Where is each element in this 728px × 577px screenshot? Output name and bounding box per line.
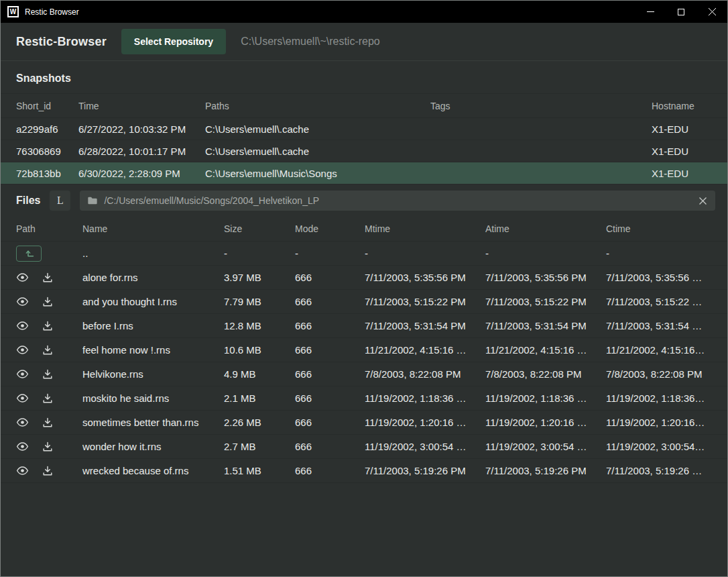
file-ctime: 11/21/2002, 4:15:16 … <box>606 344 712 356</box>
download-icon <box>42 321 53 331</box>
file-row-actions <box>16 297 82 307</box>
download-icon <box>42 393 53 404</box>
file-size: 3.97 MB <box>224 272 295 283</box>
file-mode: 666 <box>295 417 365 428</box>
snapshot-hostname: X1-EDU <box>652 168 712 179</box>
file-atime: 7/11/2003, 5:35:56 PM <box>485 272 606 283</box>
file-row[interactable]: feel home now !.rns 10.6 MB 666 11/21/20… <box>1 338 727 362</box>
eye-icon <box>16 345 29 355</box>
file-row[interactable]: and you thought I.rns 7.79 MB 666 7/11/2… <box>1 290 727 314</box>
preview-file-button[interactable] <box>16 369 29 379</box>
parent-row-mtime: - <box>365 248 485 259</box>
preview-file-button[interactable] <box>16 272 29 282</box>
download-file-button[interactable] <box>42 466 53 476</box>
titlebar-left: W Restic Browser <box>1 6 79 17</box>
file-atime: 7/8/2003, 8:22:08 PM <box>485 368 606 380</box>
file-mtime: 11/19/2002, 1:20:16 … <box>365 417 485 428</box>
col-atime: Atime <box>485 223 606 234</box>
file-mode: 666 <box>295 296 365 307</box>
download-file-button[interactable] <box>42 441 53 452</box>
file-row[interactable]: sometimes better than.rns 2.26 MB 666 11… <box>1 411 727 435</box>
download-file-button[interactable] <box>42 393 53 404</box>
preview-file-button[interactable] <box>16 466 29 476</box>
preview-file-button[interactable] <box>16 441 29 452</box>
files-heading: Files <box>16 195 40 207</box>
close-button[interactable] <box>696 1 727 23</box>
maximize-button[interactable] <box>666 1 696 23</box>
download-file-button[interactable] <box>42 321 53 331</box>
parent-row-name: .. <box>82 248 224 259</box>
snapshots-heading: Snapshots <box>1 61 727 93</box>
eye-icon <box>16 393 29 403</box>
file-row[interactable]: alone for.rns 3.97 MB 666 7/11/2003, 5:3… <box>1 266 727 290</box>
preview-file-button[interactable] <box>16 393 29 403</box>
files-table-header: Path Name Size Mode Mtime Atime Ctime <box>1 217 727 242</box>
file-name: sometimes better than.rns <box>82 417 224 428</box>
download-icon <box>42 345 53 356</box>
file-mtime: 7/11/2003, 5:19:26 PM <box>365 465 485 476</box>
eye-icon <box>16 297 29 307</box>
file-row[interactable]: wonder how it.rns 2.7 MB 666 11/19/2002,… <box>1 435 727 459</box>
file-path-value: /C:/Users/emuell/Music/Songs/2004_Helvet… <box>104 195 692 206</box>
file-ctime: 7/11/2003, 5:15:22 PM <box>606 296 712 307</box>
file-mode: 666 <box>295 441 365 452</box>
go-up-button[interactable] <box>16 246 42 262</box>
file-ctime: 7/11/2003, 5:35:56 PM <box>606 272 712 283</box>
file-row-actions <box>16 321 82 331</box>
eye-icon <box>16 272 29 282</box>
file-mtime: 11/19/2002, 1:18:36 … <box>365 392 485 404</box>
download-file-button[interactable] <box>42 369 53 380</box>
preview-file-button[interactable] <box>16 297 29 307</box>
download-icon <box>42 417 53 428</box>
snapshot-hostname: X1-EDU <box>652 146 712 157</box>
file-atime: 11/19/2002, 1:20:16 … <box>485 417 606 428</box>
file-size: 2.1 MB <box>224 392 295 404</box>
snapshot-row[interactable]: 76306869 6/28/2022, 10:01:17 PM C:\Users… <box>1 140 727 162</box>
parent-row-ctime: - <box>606 248 712 259</box>
file-ctime: 11/19/2002, 1:18:36 … <box>606 392 712 404</box>
app-window: W Restic Browser Restic-Browser Select R… <box>0 0 728 577</box>
file-row[interactable]: before I.rns 12.8 MB 666 7/11/2003, 5:31… <box>1 314 727 338</box>
folder-icon <box>87 196 98 205</box>
snapshot-paths: C:\Users\emuell\.cache <box>205 146 430 157</box>
file-atime: 11/19/2002, 3:00:54 … <box>485 441 606 452</box>
file-name: alone for.rns <box>82 272 224 283</box>
file-row-actions <box>16 369 82 380</box>
download-icon <box>42 441 53 452</box>
preview-file-button[interactable] <box>16 417 29 427</box>
file-ctime: 11/19/2002, 1:20:16 … <box>606 417 712 428</box>
file-size: 12.8 MB <box>224 320 295 331</box>
eye-icon <box>16 441 29 452</box>
download-icon <box>42 297 53 307</box>
select-repository-button[interactable]: Select Repository <box>121 29 226 54</box>
file-row[interactable]: moskito he said.rns 2.1 MB 666 11/19/200… <box>1 386 727 411</box>
snapshot-row[interactable]: 72b813bb 6/30/2022, 2:28:09 PM C:\Users\… <box>1 162 727 185</box>
snapshot-row[interactable]: a2299af6 6/27/2022, 10:03:32 PM C:\Users… <box>1 118 727 140</box>
snapshot-time: 6/27/2022, 10:03:32 PM <box>78 123 205 135</box>
file-name: feel home now !.rns <box>82 344 224 356</box>
file-row[interactable]: Helvikone.rns 4.9 MB 666 7/8/2003, 8:22:… <box>1 362 727 386</box>
minimize-button[interactable] <box>635 1 666 23</box>
snapshots-table-header: Short_id Time Paths Tags Hostname <box>1 93 727 118</box>
snapshot-short-id: 72b813bb <box>16 168 78 179</box>
window-controls <box>635 1 727 23</box>
preview-file-button[interactable] <box>16 321 29 331</box>
file-path-bar[interactable]: /C:/Users/emuell/Music/Songs/2004_Helvet… <box>80 191 715 211</box>
preview-file-button[interactable] <box>16 345 29 355</box>
col-mtime: Mtime <box>365 223 485 234</box>
file-row[interactable]: wrecked because of.rns 1.51 MB 666 7/11/… <box>1 459 727 483</box>
tree-toggle-button[interactable]: L <box>50 191 70 211</box>
snapshot-paths: C:\Users\emuell\.cache <box>205 123 430 135</box>
file-name: wrecked because of.rns <box>82 465 224 476</box>
col-short-id: Short_id <box>16 101 78 111</box>
download-file-button[interactable] <box>42 345 53 356</box>
file-row-actions <box>16 345 82 356</box>
clear-path-button[interactable] <box>698 196 708 206</box>
repository-path: C:\Users\emuell\~\restic-repo <box>241 36 380 48</box>
download-file-button[interactable] <box>42 272 53 283</box>
eye-icon <box>16 321 29 331</box>
eye-icon <box>16 369 29 379</box>
download-file-button[interactable] <box>42 297 53 307</box>
parent-directory-row[interactable]: .. - - - - - <box>1 242 727 266</box>
download-file-button[interactable] <box>42 417 53 428</box>
